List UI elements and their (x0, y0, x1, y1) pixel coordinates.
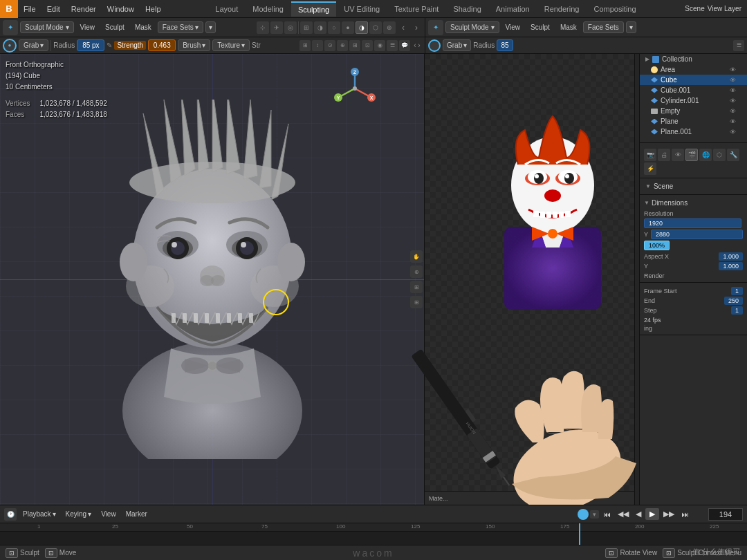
playback-btn[interactable]: Playback▾ (19, 509, 59, 519)
frame-current[interactable]: 194 (708, 508, 743, 521)
sculpt-mode-btn[interactable]: Sculpt Mode▾ (20, 21, 74, 33)
sc-collection-item[interactable]: ▶ Collection (640, 54, 747, 64)
tab-layout[interactable]: Layout (208, 2, 245, 16)
aspect-x-val[interactable]: 1.000 (719, 252, 743, 261)
icon-nav[interactable]: ⊕ (410, 265, 423, 278)
viewport-nav-arrow-left[interactable]: ‹ (398, 20, 409, 35)
menu-edit[interactable]: Edit (42, 3, 66, 15)
icon-shading3[interactable]: ◑ (356, 21, 368, 34)
icon-globe[interactable]: ◎ (284, 21, 297, 34)
icon-rt7[interactable]: ◉ (374, 40, 385, 51)
aspect-y-val[interactable]: 1.000 (719, 262, 743, 270)
mask-menu-right[interactable]: Mask (556, 22, 581, 32)
icon-xray[interactable]: ⊕ (383, 21, 396, 34)
icon-cursor[interactable]: ⊹ (257, 21, 269, 34)
menu-file[interactable]: File (18, 3, 42, 15)
sc-cylinder-item[interactable]: Cylinder.001 👁 (640, 95, 747, 106)
marker-btn[interactable]: Marker (122, 509, 151, 519)
icon-grid2[interactable]: ⊞ (410, 296, 423, 308)
sculpt-viewport-left[interactable]: Front Orthographic (194) Cube 10 Centime… (0, 54, 425, 505)
tab-sculpting[interactable]: Sculpting (291, 1, 336, 17)
tab-rendering[interactable]: Rendering (537, 2, 587, 16)
toolbar-right-arrow[interactable]: ▾ (626, 21, 636, 33)
tab-compositing[interactable]: Compositing (587, 2, 643, 16)
tab-uv-editing[interactable]: UV Editing (337, 2, 387, 16)
sc-empty-item[interactable]: Empty 👁 (640, 106, 747, 116)
mask-menu[interactable]: Mask (131, 22, 156, 32)
radius-value-right[interactable]: 85 (497, 39, 513, 51)
sculpt-viewport-right[interactable]: Mate... (425, 54, 639, 505)
props-icon-modifier[interactable]: 🔧 (727, 149, 739, 161)
icon-grab[interactable]: ✋ (410, 250, 423, 263)
sc-area-item[interactable]: Area 👁 (640, 64, 747, 75)
icon-shading1[interactable]: ○ (328, 21, 340, 34)
frame-end-val[interactable]: 250 (724, 297, 743, 305)
dimensions-header[interactable]: ▼ Dimensions (644, 198, 743, 208)
view-menu[interactable]: View (76, 22, 100, 32)
btn-skip-start[interactable]: ⏮ (600, 509, 614, 520)
res-y-val[interactable]: 2880 (651, 230, 743, 239)
face-sets-btn-right[interactable]: Face Sets (583, 21, 624, 33)
icon-rt6[interactable]: ⊡ (362, 40, 373, 51)
brush-dropdown[interactable]: Brush▾ (178, 39, 210, 51)
icon-shading4[interactable]: ⬡ (369, 21, 382, 34)
icon-overlay[interactable]: ◑ (314, 21, 326, 34)
view-menu-right[interactable]: View (501, 22, 525, 32)
icon-rt2[interactable]: ↕ (312, 40, 323, 51)
brush-name-right[interactable]: Grab▾ (443, 39, 471, 51)
sc-plane-item[interactable]: Plane 👁 (640, 116, 747, 127)
viewport-split-arrow[interactable]: ‹ › (412, 39, 422, 53)
viewport-nav-arrow-right[interactable]: › (411, 20, 422, 35)
sculpt-menu[interactable]: Sculpt (101, 22, 129, 32)
timeline-dot-select[interactable] (578, 509, 589, 520)
timeline-content[interactable]: 1 25 50 75 100 125 150 175 200 225 (0, 523, 747, 545)
btn-play[interactable]: ▶ (645, 508, 659, 520)
icon-shading2[interactable]: ● (342, 21, 354, 34)
btn-step-fwd[interactable]: ▶▶ (661, 508, 677, 520)
sc-cube001-item[interactable]: Cube.001 👁 (640, 85, 747, 95)
res-x-val[interactable]: 1920 (644, 218, 741, 228)
icon-rt5[interactable]: ⊞ (349, 40, 360, 51)
icon-move[interactable]: ✈ (270, 21, 283, 34)
res-pct-val[interactable]: 100% (644, 241, 670, 250)
sculpt-mode-btn-right[interactable]: Sculpt Mode▾ (445, 21, 499, 33)
face-sets-btn[interactable]: Face Sets▾ (158, 21, 203, 33)
frame-step-val[interactable]: 1 (731, 306, 743, 315)
sc-cube-item[interactable]: Cube 👁 (640, 75, 747, 85)
props-icon-world[interactable]: 🌐 (699, 149, 712, 161)
props-icon-render[interactable]: 📷 (644, 149, 656, 161)
props-icon-scene[interactable]: 🎬 (685, 149, 698, 161)
btn-step-back[interactable]: ◀◀ (615, 508, 631, 520)
props-icon-output[interactable]: 🖨 (658, 149, 670, 161)
sc-plane001-item[interactable]: Plane.001 👁 (640, 127, 747, 137)
btn-play-back[interactable]: ◀ (633, 508, 644, 520)
view-btn[interactable]: View (98, 509, 120, 519)
props-icon-object[interactable]: ⬡ (713, 149, 726, 161)
icon-rt8[interactable]: ☰ (387, 40, 398, 51)
strength-value[interactable]: 0.463 (148, 39, 176, 51)
tab-modeling[interactable]: Modeling (246, 2, 290, 16)
icon-chat[interactable]: 💬 (399, 40, 410, 51)
menu-window[interactable]: Window (102, 3, 140, 15)
keying-btn[interactable]: Keying▾ (62, 509, 95, 519)
toolbar-dropdown-arrow[interactable]: ▾ (205, 21, 216, 33)
menu-render[interactable]: Render (66, 3, 102, 15)
icon-camera-rec[interactable]: ⊞ (410, 281, 423, 293)
radius-value[interactable]: 85 px (77, 39, 104, 51)
frame-start-val[interactable]: 1 (731, 287, 743, 295)
btn-skip-end[interactable]: ⏭ (679, 509, 692, 520)
props-icon-view[interactable]: 👁 (672, 149, 684, 161)
radius-edit-icon[interactable]: ✎ (107, 41, 112, 49)
icon-rt3[interactable]: ⊙ (324, 40, 335, 51)
scene-section-header[interactable]: ▼ Scene (640, 181, 747, 192)
brush-name-btn[interactable]: Grab▾ (19, 39, 48, 51)
tab-shading[interactable]: Shading (446, 2, 488, 16)
right-toolbar-icon1[interactable]: ☰ (733, 40, 744, 51)
icon-rt4[interactable]: ⊕ (337, 40, 348, 51)
tab-animation[interactable]: Animation (489, 2, 537, 16)
tab-texture-paint[interactable]: Texture Paint (387, 2, 445, 16)
props-icon-particles[interactable]: ⚡ (644, 162, 656, 175)
transport-select[interactable]: ▾ (590, 510, 599, 519)
menu-help[interactable]: Help (140, 3, 167, 15)
icon-rt1[interactable]: ⊞ (299, 40, 311, 51)
